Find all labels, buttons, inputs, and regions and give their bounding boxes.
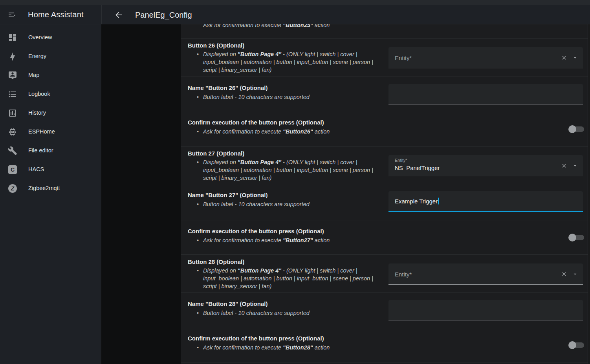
name-input-button-27[interactable]: Example Trigger	[388, 191, 583, 212]
entity-select-label: Entity*	[395, 158, 407, 163]
entity-select-label: Entity*	[395, 54, 412, 61]
text-cursor	[438, 198, 439, 205]
sidebar-item-energy[interactable]: Energy	[0, 47, 101, 66]
hacs-c-icon: C	[8, 165, 17, 174]
form-row-button-26: Button 26 (Optional) • Displayed on "But…	[181, 38, 588, 77]
row-title: Confirm execution of the button press (O…	[188, 119, 324, 126]
sidebar-item-file-editor[interactable]: File editor	[0, 141, 101, 160]
scrollbar[interactable]	[588, 24, 590, 364]
tooltip-account-icon	[8, 71, 17, 80]
back-button[interactable]	[114, 10, 123, 20]
row-description: •Button label - 10 characters are suppor…	[196, 93, 382, 101]
row-title: Button 28 (Optional)	[188, 258, 244, 265]
row-description: • Displayed on "Button Page 4" - (ONLY l…	[196, 50, 382, 74]
name-input-value: Example Trigger	[395, 198, 439, 205]
entity-select-value: NS_PanelTrigger	[395, 165, 440, 171]
sidebar-item-hacs[interactable]: C HACS	[0, 160, 101, 179]
entity-select-button-26[interactable]: Entity*	[388, 47, 583, 68]
sidebar: Overview Energy Map Logbook History	[0, 24, 101, 364]
app-header	[0, 5, 590, 24]
close-icon[interactable]	[561, 55, 567, 61]
row-description: • Ask for confirmation to execute "Butto…	[196, 344, 382, 351]
sidebar-item-overview[interactable]: Overview	[0, 28, 101, 47]
menu-down-icon[interactable]	[572, 163, 578, 169]
row-description: •Button label - 10 characters are suppor…	[196, 200, 382, 208]
form-row-name-button-27: Name "Button 27" (Optional) •Button labe…	[181, 184, 588, 221]
form-row-button-27: Button 27 (Optional) • Displayed on "But…	[181, 146, 588, 184]
row-divider	[181, 362, 588, 362]
wrench-icon	[8, 146, 17, 155]
toggle-thumb	[568, 234, 576, 241]
sidebar-item-label: File editor	[28, 147, 53, 154]
form-row-name-button-28: Name "Button 28" (Optional) •Button labe…	[181, 293, 588, 328]
sidebar-item-history[interactable]: History	[0, 104, 101, 123]
name-input-button-28[interactable]	[388, 300, 583, 320]
sidebar-item-label: HACS	[28, 166, 44, 172]
list-bulleted-icon	[8, 90, 17, 99]
sidebar-item-label: Overview	[28, 34, 52, 40]
sidebar-item-label: Logbook	[28, 91, 50, 97]
chart-box-icon	[8, 108, 17, 118]
form-row-button-28: Button 28 (Optional) • Displayed on "But…	[181, 254, 588, 293]
sidebar-item-label: Energy	[28, 53, 46, 59]
row-description: • Displayed on "Button Page 4" - (ONLY l…	[196, 158, 382, 182]
zigbee-z-icon: Z	[8, 184, 17, 193]
menu-down-icon[interactable]	[572, 55, 578, 61]
close-icon[interactable]	[561, 271, 567, 277]
row-description: • Displayed on "Button Page 4" - (ONLY l…	[196, 267, 382, 290]
confirm-toggle-button-28[interactable]	[568, 341, 584, 349]
sidebar-item-zigbee2mqtt[interactable]: Z Zigbee2mqtt	[0, 179, 101, 198]
sidebar-item-map[interactable]: Map	[0, 66, 101, 85]
row-title: Name "Button 27" (Optional)	[188, 192, 268, 198]
form-row-confirm-button-26: Confirm execution of the button press (O…	[181, 112, 588, 146]
row-description: • Ask for confirmation to execute "Butto…	[196, 128, 382, 135]
page-title: PanelEg_Config	[135, 11, 192, 20]
row-title: Button 26 (Optional)	[188, 42, 244, 49]
header-divider	[101, 5, 102, 24]
entity-select-label: Entity*	[395, 271, 412, 277]
dashboard-icon	[8, 33, 17, 42]
entity-select-button-28[interactable]: Entity*	[388, 263, 583, 285]
app-title: Home Assistant	[28, 10, 84, 19]
sidebar-item-logbook[interactable]: Logbook	[0, 85, 101, 104]
toggle-thumb	[568, 125, 576, 133]
row-title: Button 27 (Optional)	[188, 150, 244, 157]
sidebar-item-label: ESPHome	[28, 128, 55, 135]
row-title: Confirm execution of the button press (O…	[188, 335, 324, 342]
row-title: Confirm execution of the button press (O…	[188, 228, 324, 234]
row-divider	[181, 27, 588, 27]
row-title: Name "Button 28" (Optional)	[188, 300, 268, 307]
chip-icon	[8, 127, 17, 137]
sidebar-item-label: Zigbee2mqtt	[28, 185, 60, 191]
entity-select-button-27[interactable]: Entity* NS_PanelTrigger	[388, 155, 583, 176]
sidebar-item-label: History	[28, 110, 46, 116]
close-icon[interactable]	[561, 163, 567, 169]
name-input-button-26[interactable]	[388, 84, 583, 104]
toggle-thumb	[568, 341, 576, 349]
confirm-toggle-button-27[interactable]	[568, 234, 584, 241]
app-window: Home Assistant PanelEg_Config Overview E…	[0, 0, 590, 364]
confirm-toggle-button-26[interactable]	[568, 125, 584, 133]
lightning-bolt-icon	[8, 52, 17, 61]
row-title: Name "Button 26" (Optional)	[188, 84, 268, 91]
row-description: • Ask for confirmation to execute "Butto…	[196, 236, 382, 244]
form-row-confirm-button-28: Confirm execution of the button press (O…	[181, 328, 588, 362]
sidebar-item-label: Map	[28, 72, 39, 78]
window-top-strip	[0, 0, 590, 5]
form-row-confirm-button-27: Confirm execution of the button press (O…	[181, 221, 588, 254]
form-row-name-button-26: Name "Button 26" (Optional) •Button labe…	[181, 77, 588, 112]
row-description: •Button label - 10 characters are suppor…	[196, 309, 382, 317]
config-form-panel: Ask for confirmation to execute "Button2…	[181, 24, 588, 364]
menu-down-icon[interactable]	[572, 271, 578, 277]
sidebar-toggle-icon[interactable]	[7, 10, 16, 20]
sidebar-item-esphome[interactable]: ESPHome	[0, 123, 101, 141]
